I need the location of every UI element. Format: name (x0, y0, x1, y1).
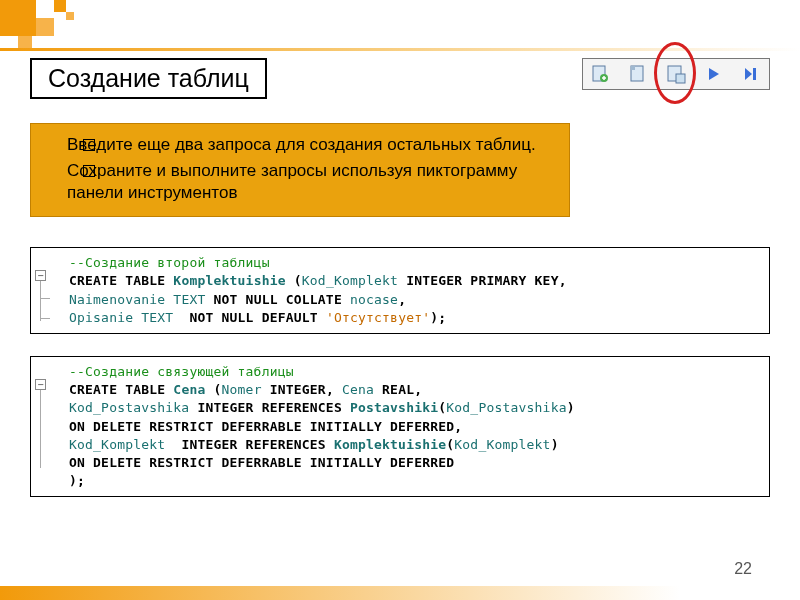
fold-icon[interactable]: − (35, 379, 46, 390)
svg-rect-4 (676, 74, 685, 83)
play-all-icon[interactable] (741, 63, 763, 85)
svg-rect-5 (753, 68, 756, 80)
toolbar (582, 58, 770, 90)
instruction-item: Сохраните и выполните запросы используя … (67, 160, 555, 204)
page-number: 22 (734, 560, 752, 578)
instruction-box: Введите еще два запроса для создания ост… (30, 123, 570, 217)
new-query-icon[interactable] (589, 63, 611, 85)
save-run-icon[interactable] (665, 63, 687, 85)
fold-icon[interactable]: − (35, 270, 46, 281)
sql-code-block-1: − --Создание второй таблицы CREATE TABLE… (30, 247, 770, 334)
page-title: Создание таблиц (30, 58, 267, 99)
toolbar-wrap (582, 58, 770, 90)
sql-code-block-2: − --Создание связующей таблицы CREATE TA… (30, 356, 770, 497)
open-icon[interactable] (627, 63, 649, 85)
play-icon[interactable] (703, 63, 725, 85)
instruction-item: Введите еще два запроса для создания ост… (67, 134, 555, 156)
decorative-footer-bar (0, 586, 800, 600)
decorative-corner (0, 0, 125, 55)
